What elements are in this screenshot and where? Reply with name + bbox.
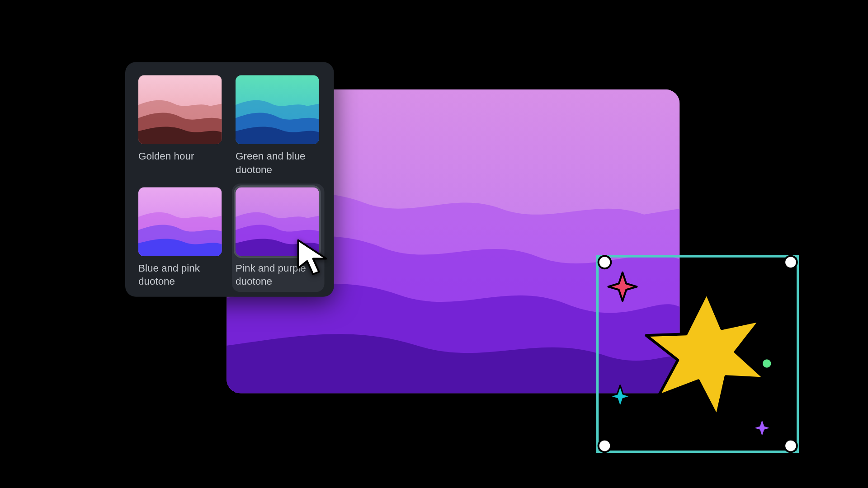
filter-thumb-blue-pink	[138, 187, 222, 256]
shape-star-main[interactable]	[638, 286, 775, 423]
cursor-icon	[295, 237, 337, 279]
selection-handle-top-right[interactable]	[783, 255, 798, 270]
selection-handle-bottom-left[interactable]	[598, 439, 612, 453]
selection-group[interactable]	[590, 250, 805, 459]
filter-thumb-green-blue	[236, 75, 319, 144]
shape-sparkle-cyan[interactable]	[608, 385, 632, 408]
selection-handle-bottom-right[interactable]	[783, 439, 798, 453]
filter-label: Green and blue duotone	[236, 150, 321, 176]
filter-option-blue-pink-duotone[interactable]: Blue and pink duotone	[138, 187, 224, 288]
selection-handle-top-left[interactable]	[598, 255, 612, 270]
shape-sparkle-red[interactable]	[607, 271, 638, 302]
filter-option-golden-hour[interactable]: Golden hour	[138, 75, 224, 176]
filter-thumb-golden-hour	[138, 75, 222, 144]
filter-option-green-blue-duotone[interactable]: Green and blue duotone	[236, 75, 321, 176]
filter-label: Golden hour	[138, 150, 224, 176]
filter-label: Blue and pink duotone	[138, 263, 224, 289]
